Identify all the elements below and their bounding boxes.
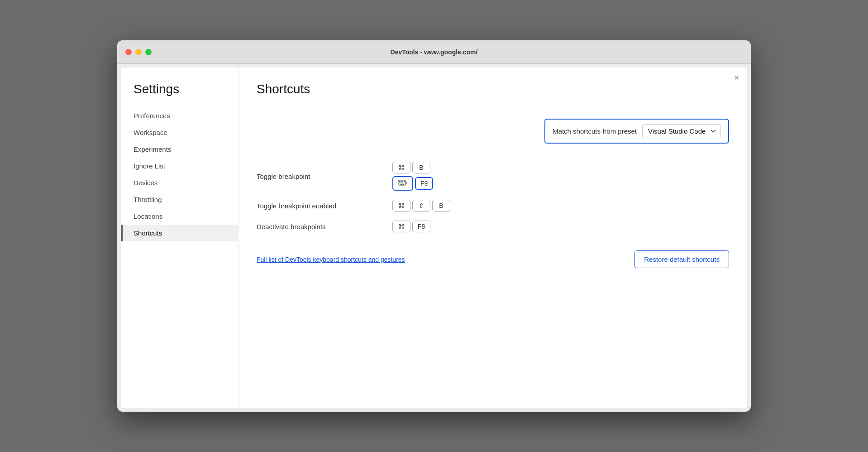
sidebar-item-devices[interactable]: Devices — [121, 174, 238, 191]
sidebar-item-throttling[interactable]: Throttling — [121, 191, 238, 208]
sidebar-item-experiments[interactable]: Experiments — [121, 141, 238, 158]
key-combo-cmd-f8: ⌘ F8 — [392, 221, 430, 232]
shortcut-name: Toggle breakpoint — [257, 173, 383, 180]
key-f8: F8 — [412, 221, 430, 232]
sidebar-item-label: Workspace — [134, 129, 167, 136]
shortcuts-list: Toggle breakpoint ⌘ B — [257, 162, 729, 232]
window-title: DevTools - www.google.com/ — [391, 48, 478, 56]
bottom-row: Full list of DevTools keyboard shortcuts… — [257, 250, 729, 268]
maximize-button[interactable] — [145, 49, 152, 55]
shortcut-name: Deactivate breakpoints — [257, 223, 383, 231]
preset-container: Match shortcuts from preset Default Visu… — [544, 119, 729, 144]
divider — [257, 104, 729, 104]
sidebar-item-label: Shortcuts — [134, 229, 162, 237]
key-combo-cmd-shift-b: ⌘ ⇧ B — [392, 200, 450, 212]
restore-default-shortcuts-button[interactable]: Restore default shortcuts — [634, 250, 729, 268]
key-combo-cmd-b: ⌘ B — [392, 162, 433, 173]
shortcut-item-toggle-breakpoint: Toggle breakpoint ⌘ B — [257, 162, 729, 191]
key-cmd: ⌘ — [392, 200, 410, 212]
sidebar-item-ignore-list[interactable]: Ignore List — [121, 158, 238, 174]
svg-rect-2 — [401, 181, 401, 182]
settings-title: Settings — [121, 82, 238, 107]
sidebar-item-shortcuts[interactable]: Shortcuts — [121, 225, 238, 241]
svg-rect-7 — [400, 184, 404, 185]
preset-select[interactable]: Default Visual Studio Code — [642, 124, 721, 138]
svg-rect-1 — [399, 181, 400, 182]
titlebar: DevTools - www.google.com/ — [117, 40, 751, 64]
sidebar-item-label: Throttling — [134, 196, 162, 203]
shortcut-keys: ⌘ F8 — [392, 221, 430, 232]
sidebar-item-locations[interactable]: Locations — [121, 208, 238, 225]
key-b: B — [432, 200, 450, 212]
key-f9: F9 — [415, 177, 433, 190]
key-combo-f9: F9 — [392, 176, 433, 191]
shortcut-keys: ⌘ ⇧ B — [392, 200, 450, 212]
minimize-button[interactable] — [135, 49, 142, 55]
keyboard-icon-svg — [398, 180, 408, 187]
shortcut-keys: ⌘ B — [392, 162, 433, 191]
sidebar-item-preferences[interactable]: Preferences — [121, 107, 238, 124]
svg-rect-4 — [399, 183, 400, 183]
shortcut-item-toggle-breakpoint-enabled: Toggle breakpoint enabled ⌘ ⇧ B — [257, 200, 729, 212]
sidebar-item-workspace[interactable]: Workspace — [121, 124, 238, 141]
preset-row: Match shortcuts from preset Default Visu… — [257, 119, 729, 144]
preset-label: Match shortcuts from preset — [553, 127, 637, 135]
main-content: Shortcuts Match shortcuts from preset De… — [238, 67, 747, 408]
sidebar-item-label: Preferences — [134, 112, 170, 120]
window-body: × Settings Preferences Workspace Experim… — [121, 67, 747, 408]
full-list-link[interactable]: Full list of DevTools keyboard shortcuts… — [257, 256, 405, 263]
key-shift: ⇧ — [412, 200, 430, 212]
key-cmd: ⌘ — [392, 162, 410, 173]
sidebar-item-label: Locations — [134, 212, 162, 220]
shortcut-name: Toggle breakpoint enabled — [257, 202, 383, 210]
sidebar-item-label: Ignore List — [134, 162, 165, 170]
svg-rect-5 — [401, 183, 401, 183]
dialog-close-button[interactable]: × — [734, 74, 739, 82]
sidebar-item-label: Experiments — [134, 145, 171, 153]
sidebar-nav: Preferences Workspace Experiments Ignore… — [121, 107, 238, 241]
key-b: B — [412, 162, 430, 173]
sidebar: Settings Preferences Workspace Experimen… — [121, 67, 238, 408]
svg-rect-3 — [402, 181, 403, 182]
svg-rect-6 — [402, 183, 403, 183]
page-title: Shortcuts — [257, 82, 729, 96]
window-controls — [125, 49, 152, 55]
app-window: DevTools - www.google.com/ × Settings Pr… — [117, 40, 751, 412]
keyboard-shortcut-icon — [392, 176, 413, 191]
close-button[interactable] — [125, 49, 132, 55]
sidebar-item-label: Devices — [134, 179, 157, 187]
shortcut-item-deactivate-breakpoints: Deactivate breakpoints ⌘ F8 — [257, 221, 729, 232]
key-cmd: ⌘ — [392, 221, 410, 232]
